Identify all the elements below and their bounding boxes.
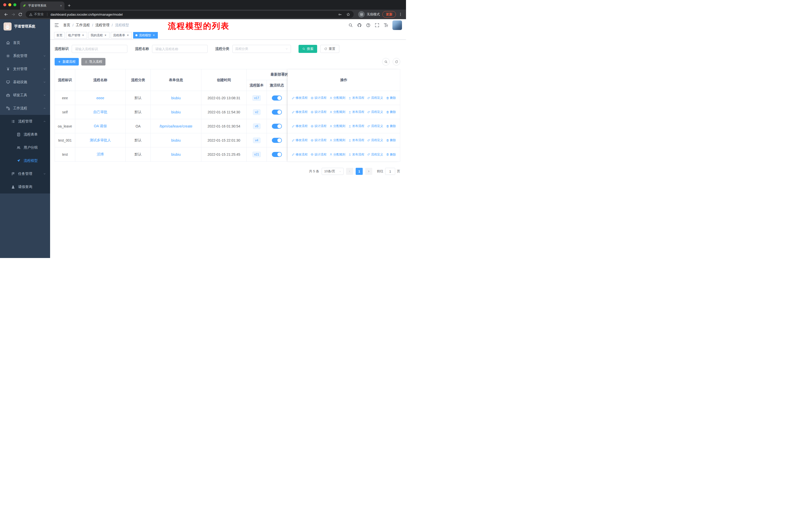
row-action-publish[interactable]: 发布流程 xyxy=(348,124,364,128)
row-action-user[interactable]: 分配规则 xyxy=(329,124,345,128)
row-action-edit[interactable]: 修改流程 xyxy=(292,110,308,114)
import-process-button[interactable]: 导入流程 xyxy=(81,58,106,65)
row-action-trash[interactable]: 删除 xyxy=(386,96,396,100)
goto-page-input[interactable] xyxy=(385,168,395,175)
bookmark-star-icon[interactable] xyxy=(346,12,350,17)
sidebar-item-dev-tools[interactable]: 研发工具 xyxy=(0,89,50,102)
row-action-edit[interactable]: 修改流程 xyxy=(292,153,308,157)
sidebar-item-task-management[interactable]: 任务管理 xyxy=(0,167,50,181)
row-action-trash[interactable]: 删除 xyxy=(386,110,396,114)
page-size-select[interactable]: 10条/页 xyxy=(322,168,344,175)
user-avatar[interactable] xyxy=(393,20,402,30)
forward-button[interactable] xyxy=(9,11,17,18)
refresh-table-button[interactable] xyxy=(393,58,400,65)
row-action-user[interactable]: 分配规则 xyxy=(329,138,345,142)
back-button[interactable] xyxy=(2,11,9,18)
sidebar-item-system-management[interactable]: 系统管理 xyxy=(0,49,50,62)
maximize-window-button[interactable] xyxy=(13,3,17,6)
category-select[interactable]: 流程分类 xyxy=(232,45,291,53)
row-action-paperclip[interactable]: 流程定义 xyxy=(367,110,383,114)
reload-button[interactable] xyxy=(17,11,24,18)
tag-process-form[interactable]: 流程表单 × xyxy=(111,32,132,38)
app-logo[interactable]: 芋道管理系统 xyxy=(0,19,50,34)
tag-my-process[interactable]: 我的流程 × xyxy=(88,32,110,38)
font-size-icon[interactable] xyxy=(384,23,388,27)
row-action-edit[interactable]: 修改流程 xyxy=(292,138,308,142)
row-action-design[interactable]: 设计流程 xyxy=(311,138,326,142)
row-action-paperclip[interactable]: 流程定义 xyxy=(367,138,383,142)
sidebar-item-user-group[interactable]: 用户分组 xyxy=(0,141,50,154)
create-process-button[interactable]: 新建流程 xyxy=(55,58,79,65)
active-toggle[interactable] xyxy=(272,138,282,143)
row-action-trash[interactable]: 删除 xyxy=(386,124,396,128)
sidebar-item-home[interactable]: 首页 xyxy=(0,36,50,49)
sidebar-item-infrastructure[interactable]: 基础设施 xyxy=(0,76,50,89)
tag-tenant-management[interactable]: 租户管理 × xyxy=(66,32,87,38)
minimize-window-button[interactable] xyxy=(8,3,11,6)
fullscreen-icon[interactable] xyxy=(375,23,379,27)
sidebar-item-workflow[interactable]: 工作流程 xyxy=(0,102,50,115)
page-number-1[interactable]: 1 xyxy=(356,168,363,175)
close-icon[interactable]: × xyxy=(126,33,129,37)
close-icon[interactable]: × xyxy=(104,33,107,37)
sidebar-item-payment-management[interactable]: 支付管理 xyxy=(0,62,50,76)
form-link[interactable]: biubiu xyxy=(171,96,180,100)
row-action-design[interactable]: 设计流程 xyxy=(311,124,326,128)
form-link[interactable]: biubiu xyxy=(171,138,180,142)
sidebar-item-process-management[interactable]: 流程管理 xyxy=(0,115,50,128)
row-action-design[interactable]: 设计流程 xyxy=(311,110,326,114)
row-action-design[interactable]: 设计流程 xyxy=(311,153,326,157)
reset-button[interactable]: 重置 xyxy=(320,45,339,53)
browser-update-button[interactable]: 更新 xyxy=(382,11,396,18)
row-action-design[interactable]: 设计流程 xyxy=(311,96,326,100)
new-tab-button[interactable] xyxy=(66,2,72,9)
sidebar-collapse-icon[interactable] xyxy=(54,23,59,28)
close-window-button[interactable] xyxy=(3,3,6,6)
breadcrumb-home[interactable]: 首页 xyxy=(63,23,70,27)
active-toggle[interactable] xyxy=(272,110,282,115)
row-action-user[interactable]: 分配规则 xyxy=(329,96,345,100)
active-toggle[interactable] xyxy=(272,96,282,101)
browser-menu-icon[interactable] xyxy=(398,11,404,18)
process-name-input[interactable] xyxy=(152,45,208,53)
close-tab-icon[interactable]: × xyxy=(60,4,62,7)
help-question-icon[interactable] xyxy=(366,23,371,27)
active-toggle[interactable] xyxy=(272,124,282,129)
process-name-link[interactable]: 测试多审批人 xyxy=(90,138,111,143)
process-name-link[interactable]: eeee xyxy=(96,96,104,100)
close-icon[interactable]: × xyxy=(152,33,155,37)
search-icon[interactable] xyxy=(348,23,353,27)
next-page-button[interactable] xyxy=(365,168,372,175)
process-name-link[interactable]: 自己审批 xyxy=(93,110,108,114)
github-icon[interactable] xyxy=(357,23,362,27)
search-button[interactable]: 搜索 xyxy=(298,45,317,53)
row-action-publish[interactable]: 发布流程 xyxy=(348,138,364,142)
breadcrumb-workflow[interactable]: 工作流程 xyxy=(76,23,90,27)
key-icon[interactable] xyxy=(338,12,342,17)
breadcrumb-process-management[interactable]: 流程管理 xyxy=(95,23,110,27)
prev-page-button[interactable] xyxy=(346,168,353,175)
row-action-edit[interactable]: 修改流程 xyxy=(292,124,308,128)
process-name-link[interactable]: 滔博 xyxy=(97,152,104,157)
row-action-publish[interactable]: 发布流程 xyxy=(348,96,364,100)
row-action-paperclip[interactable]: 流程定义 xyxy=(367,124,383,128)
row-action-trash[interactable]: 删除 xyxy=(386,138,396,142)
toggle-search-button[interactable] xyxy=(382,58,389,65)
active-toggle[interactable] xyxy=(272,152,282,157)
row-action-publish[interactable]: 发布流程 xyxy=(348,110,364,114)
row-action-trash[interactable]: 删除 xyxy=(386,153,396,157)
close-icon[interactable]: × xyxy=(81,33,85,37)
process-key-input[interactable] xyxy=(72,45,127,53)
tag-process-model[interactable]: 流程模型 × xyxy=(133,32,158,38)
row-action-paperclip[interactable]: 流程定义 xyxy=(367,153,383,157)
process-name-link[interactable]: OA 请假 xyxy=(94,124,107,129)
row-action-user[interactable]: 分配规则 xyxy=(329,153,345,157)
address-bar[interactable]: 不安全 dashboard.yudao.iocoder.cn/bpm/manag… xyxy=(26,11,354,18)
browser-tab[interactable]: 芋道管理系统 × xyxy=(20,1,64,9)
sidebar-item-process-model[interactable]: 流程模型 xyxy=(0,154,50,167)
row-action-edit[interactable]: 修改流程 xyxy=(292,96,308,100)
sidebar-item-leave-query[interactable]: 请假查询 xyxy=(0,181,50,193)
row-action-publish[interactable]: 发布流程 xyxy=(348,153,364,157)
tag-home[interactable]: 首页 xyxy=(54,32,65,38)
form-link[interactable]: /bpm/oa/leave/create xyxy=(160,124,193,128)
